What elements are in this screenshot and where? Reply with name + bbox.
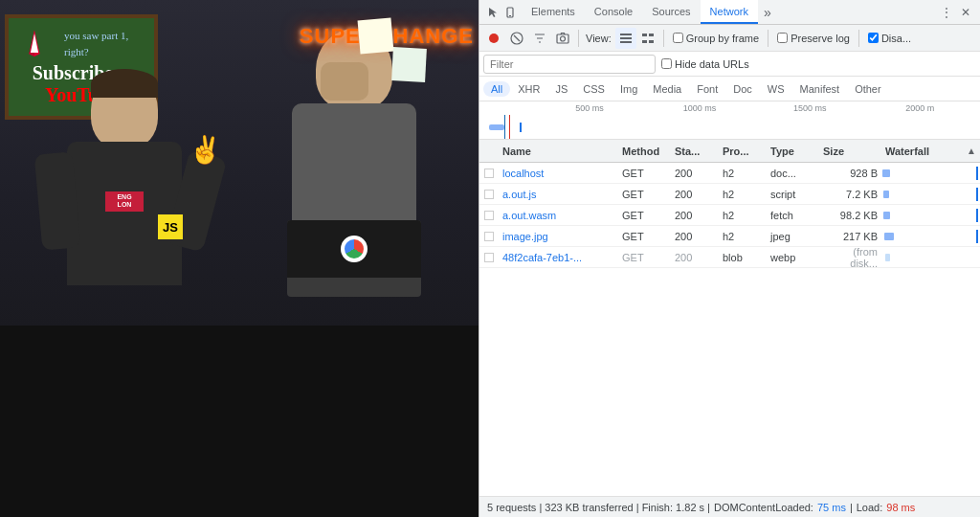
js-badge: JS [158,214,183,239]
row-1-size: 928 B [819,168,881,179]
overflow-menu-icon[interactable]: ⋮ [938,4,955,21]
row-2-checkbox[interactable] [484,190,494,199]
status-bar: 5 requests | 323 KB transferred | Finish… [479,496,980,517]
type-tab-media[interactable]: Media [645,81,689,97]
filter-icon-button[interactable] [529,28,550,49]
type-tab-other[interactable]: Other [847,81,889,97]
row-2-waterfall-bar [883,191,889,198]
row-4-status: 200 [671,231,719,242]
type-filter-tabs: All XHR JS CSS Img Media Font Doc WS Man… [479,77,980,101]
svg-rect-12 [642,34,647,36]
table-row[interactable]: a.out.js GET 200 h2 script 7.2 KB [479,184,980,205]
tab-spacer [777,0,934,24]
row-2-status: 200 [671,189,719,200]
row-1-waterfall [881,163,980,184]
timeline-content [479,115,980,139]
timeline-mark-500: 500 ms [575,103,604,113]
table-row[interactable]: a.out.wasm GET 200 h2 fetch 98.2 KB [479,205,980,226]
row-5-checkbox[interactable] [484,253,494,262]
disable-cache-checkbox[interactable] [868,33,879,43]
group-by-frame-label: Group by frame [686,33,759,44]
row-3-checkbox[interactable] [484,211,494,220]
type-tab-manifest[interactable]: Manifest [792,81,848,97]
tab-console[interactable]: Console [585,0,642,24]
close-devtools-icon[interactable]: ✕ [957,4,974,21]
tab-more-button[interactable]: » [758,0,777,24]
tree-view-button[interactable] [637,28,658,49]
row-5-name: 48f2cafa-7eb1-... [499,252,618,263]
peace-sign: ✌ [189,134,222,166]
row-1-type: doc... [767,168,819,179]
network-timeline: 500 ms 1000 ms 1500 ms 2000 m [479,101,980,140]
type-tab-xhr[interactable]: XHR [510,81,547,97]
type-tab-ws[interactable]: WS [760,81,792,97]
type-tab-css[interactable]: CSS [575,81,612,97]
row-4-size: 217 KB [819,231,881,242]
header-type[interactable]: Type [767,146,819,157]
header-size[interactable]: Size [819,146,881,157]
row-2-protocol: h2 [719,189,767,200]
separator-3 [768,30,768,47]
dcl-value[interactable]: 75 ms [817,502,846,513]
group-by-frame-checkbox[interactable] [673,33,683,43]
row-1-status: 200 [671,168,719,179]
row-1-checkbox[interactable] [484,169,494,178]
hide-data-urls-checkbox[interactable] [661,58,672,69]
row-4-checkbox[interactable] [484,232,494,241]
row-1-wf-line [976,167,978,180]
row-5-type: webp [767,252,819,263]
sticky-note-2 [391,47,427,82]
timeline-mark-2000: 2000 m [905,103,934,113]
person-right [239,29,469,326]
row-2-method: GET [618,189,671,200]
view-toggle [615,28,658,49]
row-3-waterfall-bar [883,212,890,219]
type-tab-doc[interactable]: Doc [725,81,760,97]
row-1-name: localhost [499,168,618,179]
type-tab-all[interactable]: All [483,81,510,97]
header-status[interactable]: Sta... [671,146,719,157]
cursor-icon[interactable] [485,5,501,20]
row-3-size: 98.2 KB [819,210,881,221]
clear-button[interactable] [506,28,527,49]
tab-network[interactable]: Network [701,0,758,24]
filter-input[interactable] [483,55,656,74]
tab-elements[interactable]: Elements [522,0,585,24]
preserve-log-checkbox[interactable] [777,33,788,43]
table-row[interactable]: 48f2cafa-7eb1-... GET 200 blob webp (fro… [479,247,980,268]
row-2-name: a.out.js [499,189,618,200]
type-tab-img[interactable]: Img [612,81,645,97]
row-4-waterfall-bar [884,233,894,240]
tab-sources[interactable]: Sources [642,0,700,24]
mobile-icon[interactable] [502,5,518,20]
network-requests-table[interactable]: Name Method Sta... Pro... Type Size Wate… [479,140,980,496]
screenshot-button[interactable] [552,28,573,49]
row-3-type: fetch [767,210,819,221]
table-row[interactable]: image.jpg GET 200 h2 jpeg 217 KB [479,226,980,247]
load-label: Load: [857,502,883,513]
timeline-bar-1 [489,124,504,130]
row-3-wf-line [976,209,978,222]
table-row[interactable]: localhost GET 200 h2 doc... 928 B [479,163,980,184]
preserve-log-label: Preserve log [791,33,850,44]
load-separator: | [850,502,853,513]
header-protocol[interactable]: Pro... [719,146,767,157]
load-value[interactable]: 98 ms [886,502,915,513]
row-5-method: GET [618,252,671,263]
row-4-wf-line [976,230,978,243]
row-4-name: image.jpg [499,231,618,242]
svg-line-6 [514,35,520,41]
record-button[interactable] [483,28,504,49]
table-header: Name Method Sta... Pro... Type Size Wate… [479,140,980,163]
header-method[interactable]: Method [618,146,671,157]
row-5-status: 200 [671,252,719,263]
list-view-button[interactable] [615,28,636,49]
type-tab-font[interactable]: Font [689,81,725,97]
header-name[interactable]: Name [499,146,618,157]
video-panel: Show apps you saw part 1, right? Subscri… [0,0,479,517]
row-5-waterfall [881,247,980,268]
row-1-method: GET [618,168,671,179]
sort-icon: ▲ [967,146,976,156]
type-tab-js[interactable]: JS [547,81,575,97]
header-waterfall[interactable]: Waterfall ▲ [881,146,980,157]
